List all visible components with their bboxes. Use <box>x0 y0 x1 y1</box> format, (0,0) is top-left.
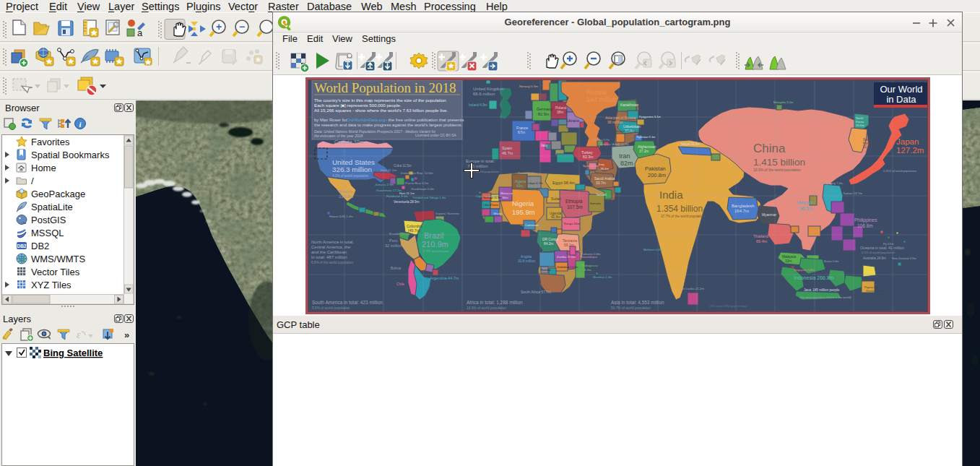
svg-text:84.2m: 84.2m <box>544 242 553 246</box>
svg-text:Ireland 4.9m: Ireland 4.9m <box>469 103 487 107</box>
svg-text:Kyrgyzstan 6.1m: Kyrgyzstan 6.1m <box>639 115 661 118</box>
svg-text:North America in total:: North America in total: <box>311 240 354 244</box>
svg-text:Spatial Bookmarks: Spatial Bookmarks <box>31 150 110 160</box>
svg-text:−: − <box>239 21 245 33</box>
svg-text:PostGIS: PostGIS <box>31 215 66 225</box>
svg-text:Australia 24.9m: Australia 24.9m <box>863 256 886 260</box>
svg-text:39 million: 39 million <box>607 120 623 124</box>
svg-text:46.7m: 46.7m <box>502 151 513 155</box>
svg-text:Ecuador 17.1m: Ecuador 17.1m <box>389 232 410 236</box>
svg-text:Uzbekistan: Uzbekistan <box>623 125 641 129</box>
svg-text:Egypt 98.4m: Egypt 98.4m <box>552 181 575 185</box>
svg-text:59.1m: 59.1m <box>564 243 574 247</box>
svg-text:1.354 billion: 1.354 billion <box>656 204 703 214</box>
svg-text:30.8 million: 30.8 million <box>518 259 536 263</box>
svg-text:Iran: Iran <box>619 152 630 160</box>
svg-text:- the free online publication: - the free online publication that prese… <box>386 118 464 122</box>
svg-text:a: a <box>137 27 143 38</box>
svg-text:[49.7m]: [49.7m] <box>408 228 421 233</box>
svg-text:Mexico: Mexico <box>339 189 353 194</box>
svg-text:1.415 billion: 1.415 billion <box>753 157 805 168</box>
svg-text:38.4m: 38.4m <box>600 167 610 171</box>
svg-text:200.8m: 200.8m <box>648 172 666 178</box>
svg-text:51.6m: 51.6m <box>863 145 872 149</box>
svg-text:South America in total: 423 mi: South America in total: 423 million <box>312 300 383 305</box>
svg-text:Indonesia 266.8m: Indonesia 266.8m <box>794 275 834 280</box>
svg-text:Spain: Spain <box>502 146 512 150</box>
svg-text:Our World: Our World <box>880 84 923 95</box>
svg-text:59.7% of world population: 59.7% of world population <box>611 306 651 310</box>
svg-text:Afghanistan: Afghanistan <box>638 145 656 149</box>
svg-text:Brunei 0.4m: Brunei 0.4m <box>824 260 838 263</box>
svg-text:16.9% of world population: 16.9% of world population <box>467 306 507 310</box>
svg-text:»: » <box>124 329 129 340</box>
svg-text:0.5% of world population: 0.5% of world population <box>862 251 896 254</box>
svg-text:Philippines: Philippines <box>854 217 877 223</box>
svg-text:Zambia 17.6m: Zambia 17.6m <box>557 255 576 259</box>
svg-text:33.7m: 33.7m <box>596 181 606 185</box>
svg-text:Asia in total: 4,553 million: Asia in total: 4,553 million <box>611 300 664 305</box>
svg-text:GeoPackage: GeoPackage <box>31 189 85 199</box>
svg-text:38m: 38m <box>557 110 564 114</box>
svg-text:106.6m: 106.6m <box>857 223 873 228</box>
svg-text:Canada 37m: Canada 37m <box>334 139 363 144</box>
svg-text:Iraq: Iraq <box>599 163 604 166</box>
svg-text:Mauritius 1.3m: Mauritius 1.3m <box>593 275 612 279</box>
svg-text:Oceania in total: 41 million: Oceania in total: 41 million <box>860 246 904 250</box>
svg-text:Vector Tiles: Vector Tiles <box>31 267 80 277</box>
svg-text:the estimates of the year 2018: the estimates of the year 2018. <box>314 134 364 138</box>
svg-text:World Population in 2018: World Population in 2018 <box>314 80 456 95</box>
svg-text:Georgia 3.7m: Georgia 3.7m <box>593 139 610 142</box>
svg-text:Thailand: Thailand <box>753 234 768 238</box>
svg-text:32 million: 32 million <box>385 243 402 248</box>
svg-text:WMS/WMTS: WMS/WMTS <box>31 254 85 264</box>
svg-text:326.3 million: 326.3 million <box>332 165 372 173</box>
svg-text:4.3% of world population: 4.3% of world population <box>332 174 369 178</box>
svg-text:Myanmar: Myanmar <box>762 213 776 217</box>
svg-text:ε: ε <box>77 329 81 340</box>
svg-text:Armenia / Azerb. 12.9m: Armenia / Azerb. 12.9m <box>600 143 629 146</box>
svg-text:Sudan: Sudan <box>551 197 561 201</box>
svg-text:The country's size in this map: The country's size in this map represent… <box>314 98 446 103</box>
svg-text:Bangladesh: Bangladesh <box>732 204 755 208</box>
svg-text:5.5% of world population: 5.5% of world population <box>312 306 350 310</box>
svg-text:Pakistan: Pakistan <box>645 165 666 172</box>
svg-text:Africa in total: 1,288 million: Africa in total: 1,288 million <box>467 300 523 305</box>
svg-text:Singapore 5.8m: Singapore 5.8m <box>794 268 815 272</box>
svg-text:37.2m: 37.2m <box>639 150 649 153</box>
svg-text:Tajikistan 9.1m: Tajikistan 9.1m <box>636 135 656 139</box>
svg-text:Zimbabwe 14.4m: Zimbabwe 14.4m <box>557 266 578 269</box>
svg-text:Guinea 8.6m: Guinea 8.6m <box>866 289 883 293</box>
svg-text:Algeria: Algeria <box>515 180 526 184</box>
svg-text:69.4m: 69.4m <box>756 239 768 243</box>
svg-text:South Africa 57.7m: South Africa 57.7m <box>521 290 551 294</box>
svg-text:107.5m: 107.5m <box>567 204 583 210</box>
svg-text:42.9m: 42.9m <box>551 215 560 219</box>
svg-text:Yemen: Yemen <box>596 193 607 197</box>
svg-text:Kazakhstan: Kazakhstan <box>620 103 638 107</box>
svg-text:Sri Lanka 21.2m: Sri Lanka 21.2m <box>681 287 704 290</box>
svg-text:Turkmenistan 5.9m: Turkmenistan 5.9m <box>612 129 637 133</box>
svg-text:67m: 67m <box>518 130 525 134</box>
svg-text:26.3m: 26.3m <box>583 268 591 272</box>
svg-text:Cuba 11.5m: Cuba 11.5m <box>394 164 412 168</box>
svg-text:Nepal 29.6m: Nepal 29.6m <box>681 142 700 146</box>
svg-text:Favorites: Favorites <box>31 137 70 147</box>
svg-text:Vietnam: Vietnam <box>797 200 814 205</box>
svg-text:42m: 42m <box>516 184 523 188</box>
svg-text:United Kingdom: United Kingdom <box>473 87 504 91</box>
svg-text:Java: 145 million people: Java: 145 million people <box>804 288 840 292</box>
svg-text:Puerto Rico 3.2m: Puerto Rico 3.2m <box>405 181 429 185</box>
svg-text:Cameroon: Cameroon <box>525 223 539 227</box>
svg-text:Syria 16.9m: Syria 16.9m <box>583 164 599 168</box>
svg-text:Hawaii (US) 1.4m: Hawaii (US) 1.4m <box>329 215 353 218</box>
svg-text:Guatemala 17.2m: Guatemala 17.2m <box>376 189 402 192</box>
svg-text:Bolivia: Bolivia <box>391 267 401 270</box>
svg-text:Brazil: Brazil <box>424 231 444 240</box>
svg-text:Haiti 11.1m: Haiti 11.1m <box>381 168 396 172</box>
svg-text:6.5% of the world population: 6.5% of the world population <box>311 261 353 264</box>
svg-text:Namibia: Namibia <box>541 269 552 272</box>
svg-text:by Max Roser for: by Max Roser for <box>314 118 347 122</box>
svg-text:in Data: in Data <box>886 94 916 105</box>
svg-text:Bing Satellite: Bing Satellite <box>43 348 103 358</box>
